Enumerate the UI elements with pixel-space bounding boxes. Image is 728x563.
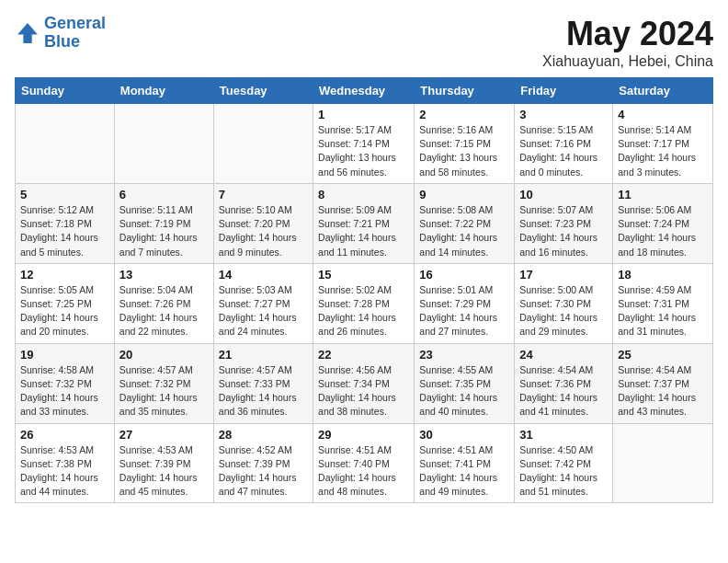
sunset-text: Sunset: 7:39 PM [119, 458, 191, 469]
daylight-text: Daylight: 14 hours and 14 minutes. [419, 232, 497, 257]
calendar-cell: 23Sunrise: 4:55 AMSunset: 7:35 PMDayligh… [415, 343, 515, 423]
sunset-text: Sunset: 7:33 PM [219, 378, 290, 389]
sunset-text: Sunset: 7:40 PM [318, 458, 390, 469]
day-info: Sunrise: 5:00 AMSunset: 7:30 PMDaylight:… [519, 283, 608, 339]
day-number: 31 [519, 428, 608, 442]
sunset-text: Sunset: 7:16 PM [519, 138, 591, 149]
daylight-text: Daylight: 14 hours and 31 minutes. [618, 312, 696, 337]
calendar-cell: 1Sunrise: 5:17 AMSunset: 7:14 PMDaylight… [313, 104, 415, 184]
daylight-text: Daylight: 14 hours and 27 minutes. [419, 312, 497, 337]
daylight-text: Daylight: 14 hours and 18 minutes. [618, 232, 696, 257]
calendar-cell: 29Sunrise: 4:51 AMSunset: 7:40 PMDayligh… [313, 423, 415, 503]
day-number: 1 [318, 108, 409, 121]
sunset-text: Sunset: 7:19 PM [119, 218, 191, 229]
day-number: 29 [318, 428, 409, 442]
day-number: 6 [119, 188, 209, 201]
calendar-cell: 22Sunrise: 4:56 AMSunset: 7:34 PMDayligh… [313, 343, 415, 423]
sunrise-text: Sunrise: 5:17 AM [318, 124, 392, 135]
day-info: Sunrise: 4:55 AMSunset: 7:35 PMDaylight:… [419, 363, 509, 419]
day-info: Sunrise: 5:14 AMSunset: 7:17 PMDaylight:… [618, 123, 708, 179]
day-number: 24 [519, 348, 608, 362]
daylight-text: Daylight: 14 hours and 43 minutes. [618, 392, 696, 417]
sunset-text: Sunset: 7:26 PM [119, 298, 191, 309]
calendar-cell: 14Sunrise: 5:03 AMSunset: 7:27 PMDayligh… [213, 263, 313, 343]
svg-marker-0 [17, 23, 38, 43]
calendar-cell: 5Sunrise: 5:12 AMSunset: 7:18 PMDaylight… [16, 183, 115, 263]
sunset-text: Sunset: 7:32 PM [119, 378, 191, 389]
sunset-text: Sunset: 7:28 PM [318, 298, 390, 309]
daylight-text: Daylight: 14 hours and 26 minutes. [318, 312, 396, 337]
daylight-text: Daylight: 14 hours and 38 minutes. [318, 392, 396, 417]
day-number: 4 [618, 108, 708, 121]
day-number: 19 [20, 348, 109, 362]
day-number: 25 [618, 348, 708, 362]
daylight-text: Daylight: 14 hours and 36 minutes. [219, 392, 297, 417]
day-info: Sunrise: 4:51 AMSunset: 7:40 PMDaylight:… [318, 443, 409, 500]
sunrise-text: Sunrise: 4:50 AM [519, 444, 593, 455]
sunset-text: Sunset: 7:15 PM [419, 138, 491, 149]
calendar-cell: 13Sunrise: 5:04 AMSunset: 7:26 PMDayligh… [114, 263, 213, 343]
sunset-text: Sunset: 7:27 PM [219, 298, 290, 309]
weekday-header-row: SundayMondayTuesdayWednesdayThursdayFrid… [16, 78, 713, 104]
day-info: Sunrise: 4:59 AMSunset: 7:31 PMDaylight:… [618, 283, 708, 339]
calendar-subtitle: Xiahuayuan, Hebei, China [542, 53, 713, 70]
daylight-text: Daylight: 14 hours and 41 minutes. [519, 392, 597, 417]
day-info: Sunrise: 5:09 AMSunset: 7:21 PMDaylight:… [318, 203, 409, 259]
day-number: 22 [318, 348, 409, 362]
calendar-cell: 6Sunrise: 5:11 AMSunset: 7:19 PMDaylight… [114, 183, 213, 263]
day-info: Sunrise: 5:16 AMSunset: 7:15 PMDaylight:… [419, 123, 509, 179]
sunset-text: Sunset: 7:17 PM [618, 138, 689, 149]
calendar-cell: 4Sunrise: 5:14 AMSunset: 7:17 PMDaylight… [613, 104, 713, 184]
sunset-text: Sunset: 7:29 PM [419, 298, 491, 309]
day-number: 21 [219, 348, 308, 362]
sunrise-text: Sunrise: 4:57 AM [119, 364, 193, 375]
day-info: Sunrise: 5:17 AMSunset: 7:14 PMDaylight:… [318, 123, 409, 179]
weekday-header-thursday: Thursday [415, 78, 515, 104]
day-info: Sunrise: 4:56 AMSunset: 7:34 PMDaylight:… [318, 363, 409, 419]
logo-text: General Blue [44, 15, 106, 52]
calendar-cell [16, 104, 115, 184]
daylight-text: Daylight: 14 hours and 35 minutes. [119, 392, 198, 417]
calendar-cell: 15Sunrise: 5:02 AMSunset: 7:28 PMDayligh… [313, 263, 415, 343]
sunrise-text: Sunrise: 4:54 AM [519, 364, 593, 375]
sunrise-text: Sunrise: 4:52 AM [219, 444, 292, 455]
sunset-text: Sunset: 7:37 PM [618, 378, 689, 389]
sunrise-text: Sunrise: 4:53 AM [119, 444, 193, 455]
day-number: 3 [519, 108, 608, 121]
calendar-week-row: 1Sunrise: 5:17 AMSunset: 7:14 PMDaylight… [16, 104, 713, 184]
sunrise-text: Sunrise: 5:11 AM [119, 204, 193, 215]
day-number: 11 [618, 188, 708, 201]
calendar-cell: 12Sunrise: 5:05 AMSunset: 7:25 PMDayligh… [16, 263, 115, 343]
day-info: Sunrise: 4:54 AMSunset: 7:37 PMDaylight:… [618, 363, 708, 419]
day-number: 9 [419, 188, 509, 201]
weekday-header-tuesday: Tuesday [213, 78, 313, 104]
sunrise-text: Sunrise: 4:58 AM [20, 364, 94, 375]
sunrise-text: Sunrise: 5:01 AM [419, 284, 493, 295]
sunset-text: Sunset: 7:14 PM [318, 138, 390, 149]
daylight-text: Daylight: 14 hours and 22 minutes. [119, 312, 198, 337]
daylight-text: Daylight: 14 hours and 44 minutes. [20, 472, 98, 497]
sunset-text: Sunset: 7:25 PM [20, 298, 92, 309]
daylight-text: Daylight: 14 hours and 29 minutes. [519, 312, 597, 337]
weekday-header-monday: Monday [114, 78, 213, 104]
day-number: 15 [318, 268, 409, 282]
calendar-week-row: 12Sunrise: 5:05 AMSunset: 7:25 PMDayligh… [16, 263, 713, 343]
day-number: 5 [20, 188, 109, 201]
sunset-text: Sunset: 7:41 PM [419, 458, 491, 469]
day-info: Sunrise: 4:54 AMSunset: 7:36 PMDaylight:… [519, 363, 608, 419]
daylight-text: Daylight: 14 hours and 5 minutes. [20, 232, 98, 257]
daylight-text: Daylight: 14 hours and 47 minutes. [219, 472, 297, 497]
sunrise-text: Sunrise: 4:59 AM [618, 284, 691, 295]
sunrise-text: Sunrise: 4:54 AM [618, 364, 691, 375]
calendar-cell: 16Sunrise: 5:01 AMSunset: 7:29 PMDayligh… [415, 263, 515, 343]
calendar-cell: 24Sunrise: 4:54 AMSunset: 7:36 PMDayligh… [515, 343, 613, 423]
day-number: 2 [419, 108, 509, 121]
calendar-cell: 10Sunrise: 5:07 AMSunset: 7:23 PMDayligh… [515, 183, 613, 263]
day-info: Sunrise: 4:58 AMSunset: 7:32 PMDaylight:… [20, 363, 109, 419]
logo-icon [15, 20, 40, 46]
calendar-cell: 2Sunrise: 5:16 AMSunset: 7:15 PMDaylight… [415, 104, 515, 184]
day-number: 12 [20, 268, 109, 282]
sunrise-text: Sunrise: 5:12 AM [20, 204, 94, 215]
day-info: Sunrise: 4:51 AMSunset: 7:41 PMDaylight:… [419, 443, 509, 500]
calendar-cell: 11Sunrise: 5:06 AMSunset: 7:24 PMDayligh… [613, 183, 713, 263]
